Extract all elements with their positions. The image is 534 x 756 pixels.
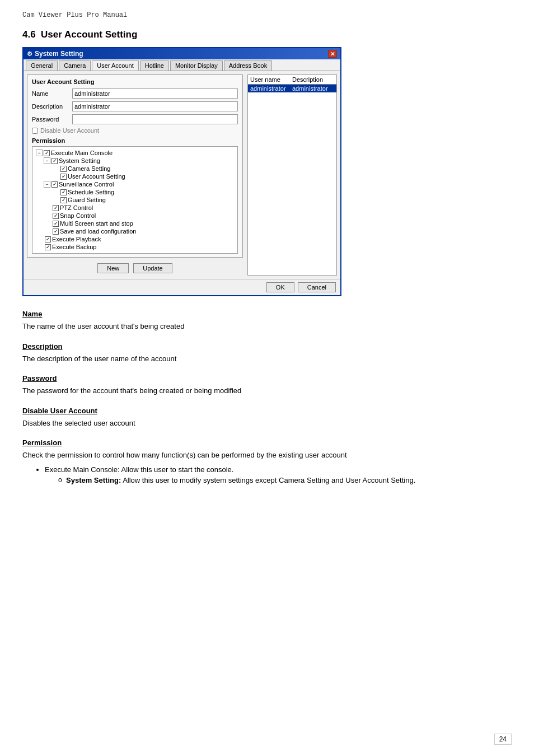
description-input[interactable] <box>72 101 238 111</box>
group-title: User Account Setting <box>32 78 238 85</box>
tree-item-10: ✓Save and load configuration <box>35 227 235 235</box>
name-input[interactable] <box>72 88 238 99</box>
tree-label-12: Execute Backup <box>52 244 97 250</box>
user-account-group: User Account Setting Name Description Pa… <box>27 74 243 258</box>
tab-camera[interactable]: Camera <box>59 60 91 71</box>
tab-user-account[interactable]: User Account <box>92 60 138 71</box>
window-icon: ⚙ <box>27 50 32 58</box>
section-title: 4.6 User Account Setting <box>22 29 512 40</box>
disable-account-checkbox[interactable] <box>32 128 38 134</box>
update-button[interactable]: Update <box>133 263 172 273</box>
right-panel-header: User name Description <box>248 75 336 85</box>
tree-label-9: Multi Screen start and stop <box>60 220 133 227</box>
doc-name-heading: Name <box>22 310 512 318</box>
tree-item-6: ✓Guard Setting <box>35 196 235 204</box>
doc-sub-1-bold: System Setting: <box>66 476 121 484</box>
window-body: User Account Setting Name Description Pa… <box>24 71 340 279</box>
doc-description-desc: The description of the user name of the … <box>22 353 512 365</box>
tree-label-2: Camera Setting <box>68 165 110 172</box>
tree-expander-0[interactable]: − <box>36 150 43 156</box>
name-label: Name <box>32 90 72 97</box>
tree-label-10: Save and load configuration <box>60 228 136 235</box>
col-description-header: Description <box>292 76 334 83</box>
tree-item-9: ✓Multi Screen start and stop <box>35 220 235 227</box>
dialog-footer: OK Cancel <box>24 279 340 295</box>
tree-label-4: Surveillance Control <box>59 181 114 188</box>
doc-sub-list: System Setting: Allow this user to modif… <box>58 475 512 486</box>
tree-label-3: User Account Setting <box>68 173 125 180</box>
password-input[interactable] <box>72 114 238 124</box>
user-row-1-description: administrator <box>292 85 334 92</box>
tree-item-4: −✓Surveillance Control <box>35 180 235 188</box>
doc-bullet-1: Execute Main Console: Allow this user to… <box>45 464 512 486</box>
tree-item-7: ✓PTZ Control <box>35 204 235 212</box>
tree-item-2: ✓Camera Setting <box>35 165 235 172</box>
tree-checkbox-0[interactable]: ✓ <box>44 150 50 156</box>
tree-item-11: ✓Execute Playback <box>35 235 235 243</box>
doc-permission-section: Permission Check the permission to contr… <box>22 438 512 486</box>
doc-description-section: Description The description of the user … <box>22 342 512 365</box>
left-panel: User Account Setting Name Description Pa… <box>27 74 243 276</box>
tree-checkbox-7[interactable]: ✓ <box>53 205 59 211</box>
user-row-1[interactable]: administrator administrator <box>248 85 336 92</box>
tab-hotline[interactable]: Hotline <box>140 60 169 71</box>
tree-checkbox-10[interactable]: ✓ <box>53 228 59 235</box>
tree-item-5: ✓Schedule Setting <box>35 188 235 196</box>
tab-address-book[interactable]: Address Book <box>224 60 272 71</box>
tree-checkbox-4[interactable]: ✓ <box>51 181 58 188</box>
tree-checkbox-9[interactable]: ✓ <box>53 221 59 227</box>
tree-label-1: System Setting <box>59 157 100 164</box>
tree-checkbox-3[interactable]: ✓ <box>60 174 67 180</box>
doc-disable-desc: Disables the selected user account <box>22 418 512 429</box>
tree-checkbox-1[interactable]: ✓ <box>51 158 58 164</box>
tree-checkbox-11[interactable]: ✓ <box>45 236 51 242</box>
doc-password-section: Password The password for the account th… <box>22 374 512 396</box>
system-setting-window: ⚙ System Setting ✕ General Camera User A… <box>22 47 341 296</box>
doc-bullet-list: Execute Main Console: Allow this user to… <box>45 464 512 486</box>
tree-expander-4[interactable]: − <box>44 181 50 188</box>
description-row: Description <box>32 101 238 111</box>
disable-account-row: Disable User Account <box>32 127 238 134</box>
tree-expander-1[interactable]: − <box>44 157 50 164</box>
tree-label-0: Execute Main Console <box>51 150 113 156</box>
doc-password-heading: Password <box>22 374 512 382</box>
tab-general[interactable]: General <box>26 60 58 71</box>
cancel-button[interactable]: Cancel <box>298 282 336 292</box>
doc-disable-heading: Disable User Account <box>22 407 512 415</box>
tree-checkbox-5[interactable]: ✓ <box>60 189 67 195</box>
window-close-button[interactable]: ✕ <box>328 50 337 58</box>
tree-checkbox-12[interactable]: ✓ <box>45 244 51 250</box>
tree-label-11: Execute Playback <box>52 236 101 242</box>
tree-item-0: −✓Execute Main Console <box>35 149 235 157</box>
tree-label-5: Schedule Setting <box>68 189 114 195</box>
permission-label: Permission <box>32 137 238 144</box>
user-row-1-username: administrator <box>250 85 292 92</box>
col-username-header: User name <box>250 76 292 83</box>
doc-sub-1: System Setting: Allow this user to modif… <box>58 475 512 486</box>
tree-checkbox-2[interactable]: ✓ <box>60 166 67 172</box>
tree-label-8: Snap Control <box>60 212 96 219</box>
window-titlebar: ⚙ System Setting ✕ <box>24 48 340 59</box>
new-button[interactable]: New <box>97 263 129 273</box>
ok-button[interactable]: OK <box>266 282 294 292</box>
permission-tree: −✓Execute Main Console−✓System Setting✓C… <box>32 146 238 254</box>
window-tabs: General Camera User Account Hotline Moni… <box>24 59 340 71</box>
tree-label-6: Guard Setting <box>68 197 106 203</box>
tree-item-8: ✓Snap Control <box>35 212 235 220</box>
description-label: Description <box>32 103 72 110</box>
tree-label-7: PTZ Control <box>60 204 93 211</box>
window-title: System Setting <box>35 50 83 58</box>
doc-description-heading: Description <box>22 342 512 351</box>
tree-checkbox-6[interactable]: ✓ <box>60 197 67 203</box>
tab-monitor-display[interactable]: Monitor Display <box>170 60 223 71</box>
tree-checkbox-8[interactable]: ✓ <box>53 213 59 219</box>
name-row: Name <box>32 88 238 99</box>
tree-item-1: −✓System Setting <box>35 157 235 165</box>
right-panel: User name Description administrator admi… <box>247 74 337 276</box>
doc-bullet-1-text: Execute Main Console: Allow this user to… <box>45 465 233 474</box>
doc-permission-desc: Check the permission to control how many… <box>22 450 512 461</box>
password-label: Password <box>32 116 72 123</box>
doc-password-desc: The password for the account that's bein… <box>22 385 512 396</box>
doc-permission-heading: Permission <box>22 438 512 447</box>
doc-sub-1-rest: Allow this user to modify system setting… <box>121 476 415 484</box>
